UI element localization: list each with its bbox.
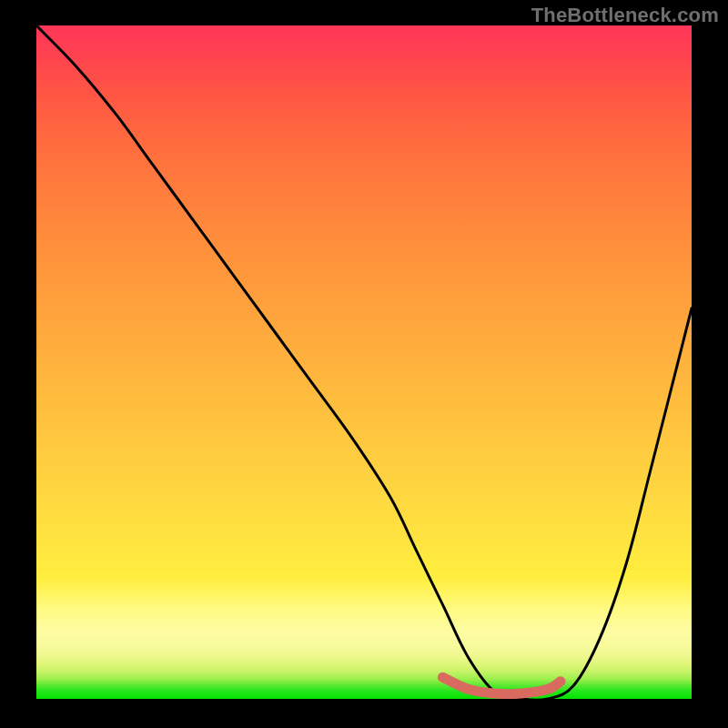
watermark-text: TheBottleneck.com [531,4,719,27]
target-zone-path [442,677,561,693]
plot-area [36,25,692,699]
curve-layer [36,25,692,699]
bottleneck-curve-path [36,25,692,699]
chart-frame: TheBottleneck.com [0,0,728,728]
